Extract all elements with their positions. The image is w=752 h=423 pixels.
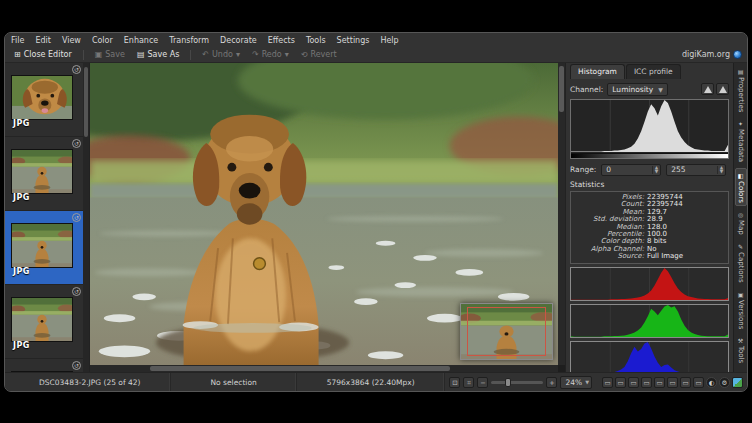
digikam-globe-icon[interactable] bbox=[733, 50, 742, 59]
color-managed-view-icon[interactable] bbox=[732, 377, 743, 388]
sidebar-tab-versions[interactable]: ▣ Versions bbox=[736, 288, 746, 332]
sidebar-tab-label: Metadata bbox=[737, 129, 745, 162]
canvas-vertical-scrollbar[interactable] bbox=[558, 63, 565, 365]
menu-decorate[interactable]: Decorate bbox=[220, 36, 257, 45]
channel-select[interactable]: Luminosity ▼ bbox=[607, 83, 668, 96]
sidebar-tab-map[interactable]: ◎ Map bbox=[736, 208, 746, 238]
zoom-fit-window-button[interactable]: ⊡ bbox=[449, 377, 460, 388]
over-exposure-indicator-icon[interactable]: ⚙ bbox=[719, 377, 730, 388]
close-editor-icon: ⊞ bbox=[14, 51, 21, 59]
redo-dropdown-icon[interactable]: ▾ bbox=[285, 51, 289, 59]
thumbbar-scrollbar[interactable] bbox=[83, 63, 89, 372]
luminosity-histogram[interactable] bbox=[570, 99, 729, 159]
menu-tools[interactable]: Tools bbox=[306, 36, 326, 45]
sidebar-tab-tools[interactable]: ⚒ Tools bbox=[736, 334, 746, 366]
zoom-fit-selection-button[interactable]: ⌗ bbox=[463, 377, 474, 388]
main-toolbar: ⊞ Close Editor ▣ Save ▤ Save As ↶ Undo ▾… bbox=[5, 47, 747, 63]
zoom-slider[interactable] bbox=[491, 381, 543, 384]
log-scale-button[interactable] bbox=[716, 83, 729, 95]
spinner-arrows-icon[interactable]: ▲▼ bbox=[652, 166, 660, 174]
navigator-view-rect[interactable] bbox=[467, 307, 545, 357]
digikam-editor-window: File Edit View Color Enhance Transform D… bbox=[4, 32, 748, 392]
spinner-arrows-icon[interactable]: ▲▼ bbox=[717, 166, 725, 174]
panel-toggle-button-8[interactable]: ▭ bbox=[693, 377, 704, 388]
format-badge: JPG bbox=[13, 119, 30, 128]
panel-toggle-button-3[interactable]: ▭ bbox=[628, 377, 639, 388]
undo-button[interactable]: ↶ Undo ▾ bbox=[198, 49, 244, 60]
menu-enhance[interactable]: Enhance bbox=[124, 36, 159, 45]
image-canvas[interactable] bbox=[90, 63, 565, 372]
sidebar-tab-captions[interactable]: ✎ Captions bbox=[736, 240, 746, 286]
thumbnail-item[interactable]: ↺ JPG bbox=[5, 63, 89, 137]
map-icon: ◎ bbox=[737, 211, 744, 218]
save-label: Save bbox=[105, 50, 125, 59]
save-as-icon: ▤ bbox=[137, 51, 145, 59]
menu-settings[interactable]: Settings bbox=[337, 36, 370, 45]
range-min-spinbox[interactable]: 0 ▲▼ bbox=[601, 164, 661, 176]
thumbnail-item-selected[interactable]: ↺ JPG bbox=[5, 211, 89, 285]
save-button[interactable]: ▣ Save bbox=[91, 49, 129, 60]
tab-histogram[interactable]: Histogram bbox=[570, 64, 625, 79]
channel-value: Luminosity bbox=[612, 85, 653, 94]
format-badge: JPG bbox=[13, 267, 30, 276]
version-icon[interactable]: ↺ bbox=[72, 213, 81, 222]
sidebar-tab-label: Tools bbox=[737, 346, 745, 363]
status-filename: DSC03483-2.JPG (25 of 42) bbox=[9, 373, 171, 391]
panel-toggle-button-1[interactable]: ▭ bbox=[602, 377, 613, 388]
menu-file[interactable]: File bbox=[11, 36, 24, 45]
range-max-spinbox[interactable]: 255 ▲▼ bbox=[666, 164, 726, 176]
panel-toggle-button-6[interactable]: ▭ bbox=[667, 377, 678, 388]
zoom-in-button[interactable]: + bbox=[546, 377, 557, 388]
thumbnail-item[interactable]: ↺ JPG bbox=[5, 137, 89, 211]
selection-label: No selection bbox=[210, 378, 256, 387]
save-as-label: Save As bbox=[147, 50, 179, 59]
version-icon[interactable]: ↺ bbox=[72, 65, 81, 74]
panel-toggle-button-2[interactable]: ▭ bbox=[615, 377, 626, 388]
menu-view[interactable]: View bbox=[62, 36, 81, 45]
sidebar-tab-label: Captions bbox=[737, 252, 745, 283]
menu-color[interactable]: Color bbox=[92, 36, 113, 45]
tools-icon: ⚒ bbox=[737, 337, 744, 344]
status-bar: DSC03483-2.JPG (25 of 42) No selection 5… bbox=[5, 372, 747, 391]
thumbnail-item[interactable]: ↺ JPG bbox=[5, 359, 89, 372]
canvas-horizontal-scrollbar[interactable] bbox=[90, 365, 558, 372]
panel-toggle-button-4[interactable]: ▭ bbox=[641, 377, 652, 388]
version-icon[interactable]: ↺ bbox=[72, 361, 81, 370]
pan-navigator-overlay[interactable] bbox=[460, 303, 553, 360]
revert-button[interactable]: ⟲ Revert bbox=[297, 49, 341, 60]
menu-bar: File Edit View Color Enhance Transform D… bbox=[5, 33, 747, 47]
format-badge: JPG bbox=[13, 193, 30, 202]
menu-transform[interactable]: Transform bbox=[169, 36, 209, 45]
sidebar-tab-label: Versions bbox=[737, 300, 745, 329]
menu-edit[interactable]: Edit bbox=[35, 36, 51, 45]
redo-icon: ↷ bbox=[252, 51, 259, 59]
zoom-slider-handle[interactable] bbox=[505, 378, 511, 387]
channel-label: Channel: bbox=[570, 85, 603, 94]
version-icon[interactable]: ↺ bbox=[72, 287, 81, 296]
menu-effects[interactable]: Effects bbox=[268, 36, 295, 45]
save-as-button[interactable]: ▤ Save As bbox=[133, 49, 183, 60]
sidebar-tab-metadata[interactable]: ✦ Metadata bbox=[736, 117, 746, 165]
revert-label: Revert bbox=[310, 50, 336, 59]
revert-icon: ⟲ bbox=[301, 51, 308, 59]
panel-toggle-button-7[interactable]: ▭ bbox=[680, 377, 691, 388]
sidebar-tab-properties[interactable]: ▤ Properties bbox=[736, 65, 746, 115]
zoom-out-button[interactable]: − bbox=[477, 377, 488, 388]
linear-scale-button[interactable] bbox=[701, 83, 714, 95]
undo-dropdown-icon[interactable]: ▾ bbox=[236, 51, 240, 59]
zoom-percent-spinbox[interactable]: 24% ▼ bbox=[560, 376, 592, 389]
redo-button[interactable]: ↷ Redo ▾ bbox=[248, 49, 293, 60]
panel-toggle-button-5[interactable]: ▭ bbox=[654, 377, 665, 388]
filename-label: DSC03483-2.JPG (25 of 42) bbox=[39, 378, 140, 387]
tab-icc-profile[interactable]: ICC profile bbox=[626, 64, 681, 79]
format-badge: JPG bbox=[13, 341, 30, 350]
range-row: Range: 0 ▲▼ 255 ▲▼ bbox=[570, 162, 729, 177]
version-icon[interactable]: ↺ bbox=[72, 139, 81, 148]
close-editor-button[interactable]: ⊞ Close Editor bbox=[10, 49, 76, 60]
sidebar-tab-colors[interactable]: ◧ Colors bbox=[735, 168, 747, 207]
properties-icon: ▤ bbox=[737, 68, 744, 75]
thumbnail-item[interactable]: ↺ JPG bbox=[5, 285, 89, 359]
thumbnail-image bbox=[11, 223, 73, 268]
menu-help[interactable]: Help bbox=[380, 36, 398, 45]
under-exposure-indicator-icon[interactable]: ◐ bbox=[706, 377, 717, 388]
